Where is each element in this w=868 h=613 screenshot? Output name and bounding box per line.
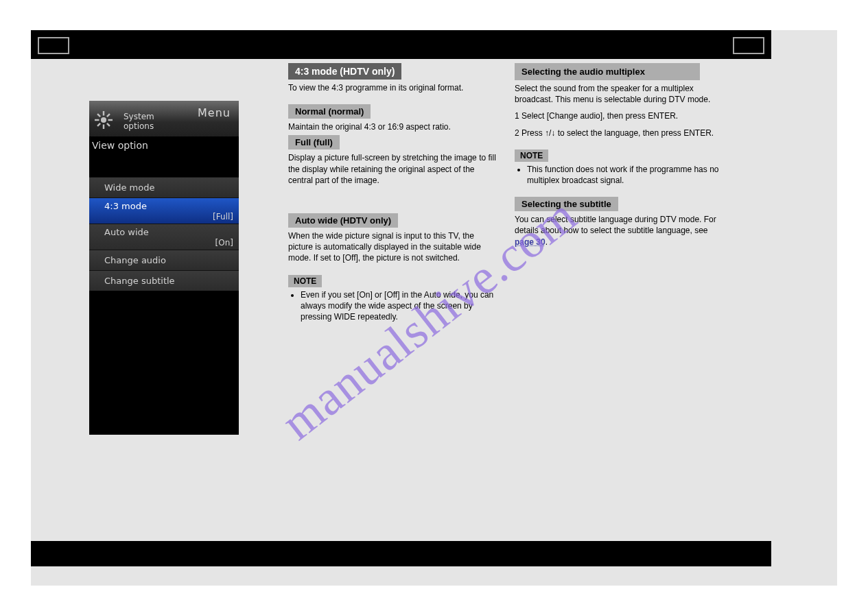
corner-box-right-icon bbox=[733, 37, 764, 54]
heading-audio-multiplex: Selecting the audio multiplex bbox=[515, 63, 700, 80]
tv-spacer bbox=[89, 151, 239, 177]
note-list: This function does not work if the progr… bbox=[515, 164, 727, 186]
svg-line-5 bbox=[97, 114, 100, 117]
tv-item-4-3-mode[interactable]: 4:3 mode [Full] bbox=[89, 197, 239, 224]
svg-line-8 bbox=[97, 123, 100, 126]
gear-icon bbox=[95, 111, 113, 129]
heading-subtitle: Selecting the subtitle bbox=[515, 197, 618, 211]
tv-item-label: Wide mode bbox=[104, 182, 154, 193]
tv-item-wide-mode[interactable]: Wide mode bbox=[89, 177, 239, 197]
tv-menu-header: System options Menu bbox=[89, 101, 239, 137]
note-item: This function does not work if the progr… bbox=[527, 164, 727, 186]
tv-menu-screenshot: System options Menu View option Wide mod… bbox=[89, 101, 239, 435]
note-label: NOTE bbox=[515, 149, 548, 162]
corner-box-left-icon bbox=[38, 37, 69, 54]
tv-item-label: Change subtitle bbox=[104, 276, 175, 286]
tv-section-label-line2: options bbox=[124, 121, 154, 131]
note-item: Even if you set [On] or [Off] in the Aut… bbox=[301, 289, 501, 323]
tv-section-label: System options bbox=[124, 112, 154, 131]
tv-item-auto-wide[interactable]: Auto wide [On] bbox=[89, 224, 239, 250]
heading-normal: Normal (normal) bbox=[288, 104, 371, 119]
para: Select the sound from the speaker for a … bbox=[515, 83, 727, 105]
tv-menu-title: Menu bbox=[198, 106, 231, 119]
step-2: 2 Press ↑/↓ to select the language, then… bbox=[515, 128, 727, 139]
heading-4-3-mode: 4:3 mode (HDTV only) bbox=[288, 63, 401, 80]
para-text: You can select subtitle language during … bbox=[515, 215, 716, 235]
tv-item-value: [On] bbox=[215, 238, 233, 248]
tv-item-label: Auto wide bbox=[104, 227, 149, 237]
para: Display a picture full-screen by stretch… bbox=[288, 152, 501, 186]
tv-empty-area bbox=[89, 291, 239, 424]
tv-item-change-audio[interactable]: Change audio bbox=[89, 250, 239, 270]
tv-item-label: Change audio bbox=[104, 255, 166, 265]
text-column-right: Selecting the audio multiplex Select the… bbox=[515, 63, 727, 248]
note-label: NOTE bbox=[288, 275, 322, 287]
tv-item-label: 4:3 mode bbox=[104, 201, 147, 211]
svg-line-7 bbox=[107, 114, 110, 117]
document-page: System options Menu View option Wide mod… bbox=[31, 30, 837, 586]
tv-section-label-line1: System bbox=[124, 112, 154, 121]
para: When the wide picture signal is input to… bbox=[288, 230, 501, 264]
note-list: Even if you set [On] or [Off] in the Aut… bbox=[288, 289, 501, 323]
para: You can select subtitle language during … bbox=[515, 214, 727, 248]
svg-line-6 bbox=[107, 123, 110, 126]
heading-full: Full (full) bbox=[288, 135, 340, 149]
bottom-black-bar bbox=[31, 541, 771, 566]
tv-subsection-title: View option bbox=[89, 137, 239, 151]
page-xref[interactable]: page 30 bbox=[515, 237, 546, 247]
para: Maintain the original 4:3 or 16:9 aspect… bbox=[288, 121, 501, 132]
step-1: 1 Select [Change audio], then press ENTE… bbox=[515, 110, 727, 121]
para: To view the 4:3 programme in its origina… bbox=[288, 82, 501, 93]
text-column-left: 4:3 mode (HDTV only) To view the 4:3 pro… bbox=[288, 63, 501, 322]
svg-point-0 bbox=[101, 117, 106, 123]
tv-item-change-subtitle[interactable]: Change subtitle bbox=[89, 270, 239, 291]
top-black-bar bbox=[31, 30, 771, 59]
tv-item-value: [Full] bbox=[213, 212, 233, 221]
heading-auto-wide: Auto wide (HDTV only) bbox=[288, 213, 398, 228]
